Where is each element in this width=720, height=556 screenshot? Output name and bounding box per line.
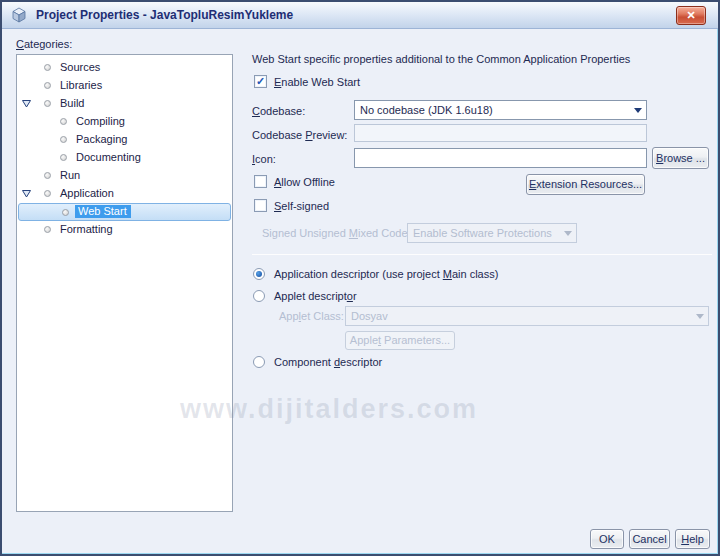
applet-class-combobox: Dosyav xyxy=(345,306,709,326)
applet-parameters-button: Applet Parameters... xyxy=(345,331,455,350)
mixed-code-combobox: Enable Software Protections xyxy=(407,223,577,243)
component-descriptor-label[interactable]: Component descriptor xyxy=(274,356,382,368)
tree-bullet-icon xyxy=(44,190,51,197)
tree-bullet-icon xyxy=(44,172,51,179)
tree-item-label: Packaging xyxy=(76,133,127,145)
codebase-preview-label: Codebase Preview: xyxy=(252,129,347,141)
codebase-label: Codebase: xyxy=(252,105,305,117)
self-signed-label[interactable]: Self-signed xyxy=(274,200,329,212)
codebase-combobox[interactable]: No codebase (JDK 1.6u18) xyxy=(354,100,647,120)
tree-item-build[interactable]: Build xyxy=(17,95,232,113)
enable-web-start-checkbox[interactable]: ✓ xyxy=(254,75,267,88)
tree-item-sources[interactable]: Sources xyxy=(17,59,232,77)
tree-item-label: Compiling xyxy=(76,115,125,127)
self-signed-checkbox[interactable] xyxy=(254,199,267,212)
close-button[interactable]: ✕ xyxy=(676,6,706,25)
help-button[interactable]: Help xyxy=(675,529,710,549)
component-descriptor-radio[interactable] xyxy=(253,356,265,368)
mixed-code-label: Signed Unsigned Mixed Code: xyxy=(262,227,411,239)
tree-item-application[interactable]: Application xyxy=(17,185,232,203)
netbeans-cube-icon xyxy=(11,7,27,23)
expander-down-icon[interactable] xyxy=(22,100,31,108)
cancel-button[interactable]: Cancel xyxy=(629,529,670,549)
codebase-value: No codebase (JDK 1.6u18) xyxy=(360,104,493,116)
tree-item-label: Sources xyxy=(60,61,100,73)
ok-button[interactable]: OK xyxy=(590,529,624,549)
application-descriptor-radio[interactable] xyxy=(253,268,265,280)
tree-bullet-icon xyxy=(60,118,67,125)
tree-item-label: Build xyxy=(60,97,84,109)
tree-bullet-icon xyxy=(60,136,67,143)
expander-down-icon[interactable] xyxy=(22,190,31,198)
tree-item-label: Web Start xyxy=(75,205,131,218)
tree-item-libraries[interactable]: Libraries xyxy=(17,77,232,95)
tree-bullet-icon xyxy=(62,209,69,216)
applet-class-value: Dosyav xyxy=(351,310,388,322)
tree-item-documenting[interactable]: Documenting xyxy=(17,149,232,167)
codebase-preview-field xyxy=(354,124,647,142)
applet-class-label: Applet Class: xyxy=(279,310,344,322)
tree-item-packaging[interactable]: Packaging xyxy=(17,131,232,149)
tree-item-web-start-selected[interactable]: Web Start xyxy=(18,203,231,221)
checkmark-icon: ✓ xyxy=(256,75,265,87)
tree-item-label: Application xyxy=(60,187,114,199)
applet-descriptor-radio[interactable] xyxy=(253,290,265,302)
browse-button[interactable]: Browse ... xyxy=(652,147,709,169)
close-icon: ✕ xyxy=(686,9,695,21)
allow-offline-label[interactable]: Allow Offline xyxy=(274,176,335,188)
tree-item-run[interactable]: Run xyxy=(17,167,232,185)
tree-bullet-icon xyxy=(44,226,51,233)
application-descriptor-label[interactable]: Application descriptor (use project Main… xyxy=(274,268,498,280)
categories-label: Categories: xyxy=(16,38,72,50)
tree-item-label: Run xyxy=(60,169,80,181)
applet-descriptor-label[interactable]: Applet descriptor xyxy=(274,290,357,302)
allow-offline-checkbox[interactable] xyxy=(254,175,267,188)
panel-description: Web Start specific properties additional… xyxy=(252,53,630,65)
categories-tree: Sources Libraries Build Compiling Packag… xyxy=(16,54,233,512)
icon-field[interactable] xyxy=(354,148,647,168)
tree-bullet-icon xyxy=(44,82,51,89)
tree-bullet-icon xyxy=(44,64,51,71)
enable-web-start-label[interactable]: Enable Web Start xyxy=(274,76,360,88)
tree-item-label: Libraries xyxy=(60,79,102,91)
section-divider xyxy=(252,254,712,255)
chevron-down-icon xyxy=(559,224,576,242)
tree-item-label: Formatting xyxy=(60,223,113,235)
extension-resources-button[interactable]: Extension Resources... xyxy=(526,174,645,195)
chevron-down-icon[interactable] xyxy=(629,101,646,119)
icon-label: Icon: xyxy=(252,153,276,165)
tree-item-formatting[interactable]: Formatting xyxy=(17,221,232,239)
project-properties-dialog: Project Properties - JavaTopluResimYukle… xyxy=(0,0,720,556)
mixed-code-value: Enable Software Protections xyxy=(413,227,552,239)
tree-bullet-icon xyxy=(60,154,67,161)
tree-item-compiling[interactable]: Compiling xyxy=(17,113,232,131)
chevron-down-icon xyxy=(691,307,708,325)
tree-item-label: Documenting xyxy=(76,151,141,163)
tree-bullet-icon xyxy=(44,100,51,107)
window-title: Project Properties - JavaTopluResimYukle… xyxy=(36,8,293,22)
titlebar[interactable]: Project Properties - JavaTopluResimYukle… xyxy=(2,2,718,29)
